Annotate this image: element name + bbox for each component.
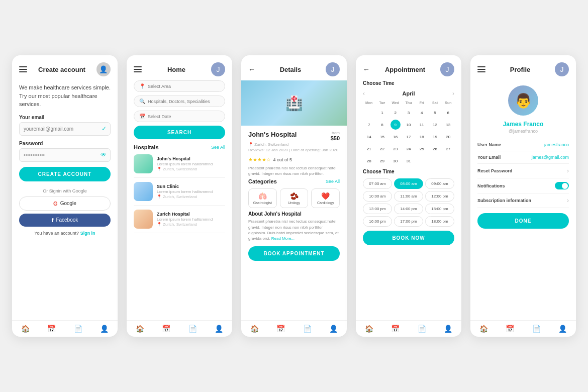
date-search[interactable]: 📅 <box>134 111 225 122</box>
cal-day-cell[interactable]: 1 <box>377 108 387 118</box>
read-more-link[interactable]: Read More... <box>271 236 295 241</box>
cal-day-cell[interactable]: 27 <box>443 144 453 154</box>
menu-icon-2[interactable] <box>134 66 142 72</box>
area-input[interactable] <box>148 84 220 89</box>
date-input[interactable] <box>148 114 220 119</box>
doc-nav-icon-5[interactable]: 📄 <box>532 325 541 333</box>
password-input[interactable] <box>19 148 111 162</box>
cal-day-cell[interactable]: 4 <box>417 108 427 118</box>
calendar-nav-icon-5[interactable]: 📅 <box>506 325 514 333</box>
done-button[interactable]: DONE <box>477 213 569 229</box>
time-slot[interactable]: 08:00 am <box>394 178 423 189</box>
time-slot[interactable]: 16:00 pm <box>363 216 392 227</box>
home-nav-icon[interactable]: 🏠 <box>21 325 30 333</box>
cal-day-cell[interactable]: 10 <box>404 120 414 130</box>
menu-icon[interactable] <box>19 66 27 72</box>
cal-next-arrow[interactable]: › <box>452 90 454 97</box>
cal-day-cell[interactable]: 31 <box>404 156 414 166</box>
cal-day-cell[interactable]: 9 <box>390 120 401 130</box>
cal-day-cell[interactable]: 16 <box>390 132 401 142</box>
home-nav-icon-5[interactable]: 🏠 <box>479 325 488 333</box>
cal-day-cell[interactable]: 2 <box>390 108 401 118</box>
area-search[interactable]: 📍 <box>134 80 225 92</box>
cal-day-cell[interactable]: 13 <box>443 120 453 130</box>
home-nav-icon-4[interactable]: 🏠 <box>365 325 373 333</box>
signin-link[interactable]: Sign in <box>80 231 95 236</box>
profile-nav-icon-4[interactable]: 👤 <box>444 325 452 333</box>
calendar-nav-icon-2[interactable]: 📅 <box>162 325 170 333</box>
doc-nav-icon-4[interactable]: 📄 <box>418 325 426 333</box>
cal-day-cell[interactable]: 25 <box>417 144 427 154</box>
cal-day-cell[interactable]: 5 <box>430 108 440 118</box>
calendar-nav-icon-4[interactable]: 📅 <box>391 325 400 333</box>
calendar-nav-icon[interactable]: 📅 <box>47 325 56 333</box>
cal-day-cell[interactable]: 7 <box>364 120 374 130</box>
calendar-nav-icon-3[interactable]: 📅 <box>276 325 285 333</box>
facebook-signin-button[interactable]: f Facebook <box>19 214 111 227</box>
notifications-toggle[interactable] <box>555 182 569 189</box>
cal-day-cell[interactable]: 28 <box>364 156 374 166</box>
home-nav-icon-3[interactable]: 🏠 <box>250 325 259 333</box>
profile-subscription-row[interactable]: Subscription information › <box>477 193 569 208</box>
cal-day-cell[interactable]: 11 <box>417 120 427 130</box>
cal-day-cell[interactable]: 30 <box>390 156 401 166</box>
see-all-hospitals[interactable]: See All <box>211 145 225 150</box>
hospital-input[interactable] <box>148 99 220 104</box>
time-slot[interactable]: 07:00 am <box>363 178 392 189</box>
home-nav-icon-2[interactable]: 🏠 <box>136 325 144 333</box>
menu-icon-5[interactable] <box>477 66 485 72</box>
eye-icon[interactable]: 👁 <box>101 151 107 158</box>
time-slot[interactable]: 13:00 pm <box>363 204 392 214</box>
cal-day-cell[interactable]: 21 <box>364 144 374 154</box>
cal-day-cell[interactable]: 22 <box>377 144 387 154</box>
time-slot[interactable]: 17:00 pm <box>394 216 423 227</box>
email-input[interactable] <box>19 122 111 136</box>
book-appointment-button[interactable]: BOOK APPOINTMENT <box>248 246 340 261</box>
time-slot[interactable]: 15:00 pm <box>425 204 454 214</box>
profile-nav-icon[interactable]: 👤 <box>100 325 109 333</box>
cal-day-cell[interactable]: 12 <box>430 120 440 130</box>
cal-day-cell[interactable]: 14 <box>364 132 374 142</box>
category-urology[interactable]: 🫘 Urology <box>280 188 309 208</box>
cal-day-cell[interactable]: 17 <box>404 132 414 142</box>
time-slot[interactable]: 10:00 am <box>363 191 392 202</box>
hospital-search[interactable]: 🔍 <box>134 95 225 107</box>
time-slot[interactable]: 18:00 pm <box>425 216 454 227</box>
cal-day-cell[interactable]: 18 <box>417 132 427 142</box>
time-slot[interactable]: 12:00 pm <box>425 191 454 202</box>
doc-nav-icon-3[interactable]: 📄 <box>303 325 312 333</box>
cal-day-cell[interactable]: 3 <box>404 108 414 118</box>
profile-reset-row[interactable]: Reset Password › <box>477 164 569 178</box>
book-now-button[interactable]: BOOK NOW <box>363 231 454 245</box>
cal-day-cell[interactable]: 6 <box>443 108 453 118</box>
category-cardiology[interactable]: ❤️ Cardiology <box>311 188 340 208</box>
time-slot[interactable]: 14:00 pm <box>394 204 423 214</box>
cal-day-cell[interactable]: 26 <box>430 144 440 154</box>
cal-prev-arrow[interactable]: ‹ <box>363 90 365 97</box>
doc-nav-icon-2[interactable]: 📄 <box>188 325 197 333</box>
cal-day-cell[interactable]: 23 <box>390 144 401 154</box>
back-icon-4[interactable]: ← <box>363 65 370 73</box>
doc-nav-icon[interactable]: 📄 <box>74 325 82 333</box>
back-icon-3[interactable]: ← <box>248 65 255 73</box>
cal-day-cell[interactable]: 29 <box>377 156 387 166</box>
cal-day-cell[interactable]: 15 <box>377 132 387 142</box>
cal-day-cell[interactable]: 8 <box>377 120 387 130</box>
time-slot[interactable]: 11:00 am <box>394 191 423 202</box>
cal-day-cell[interactable]: 19 <box>430 132 440 142</box>
search-button[interactable]: SEARCH <box>134 126 225 139</box>
google-signin-button[interactable]: G Google <box>19 197 111 211</box>
hospital-card-3[interactable]: Zurich Hospital Lorem ipsum lorem hallis… <box>134 210 225 233</box>
category-gastrologist[interactable]: 🫁 Gastrologist <box>248 188 277 208</box>
profile-nav-icon-2[interactable]: 👤 <box>215 325 223 333</box>
see-all-categories[interactable]: See All <box>326 179 340 184</box>
profile-notifications-row[interactable]: Notifications <box>477 178 569 193</box>
hospital-card-2[interactable]: Sun Clinic Lorem ipsum lorem hallismmnd … <box>134 182 225 206</box>
profile-nav-icon-3[interactable]: 👤 <box>329 325 338 333</box>
create-account-button[interactable]: CREATE ACCOUNT <box>19 167 111 181</box>
time-slot[interactable]: 09:00 am <box>425 178 454 189</box>
profile-nav-icon-5[interactable]: 👤 <box>558 325 567 333</box>
hospital-card-1[interactable]: John's Hospital Lorem ipsum lorem hallis… <box>134 154 225 178</box>
cal-day-cell[interactable]: 24 <box>404 144 414 154</box>
cal-day-cell[interactable]: 20 <box>443 132 453 142</box>
